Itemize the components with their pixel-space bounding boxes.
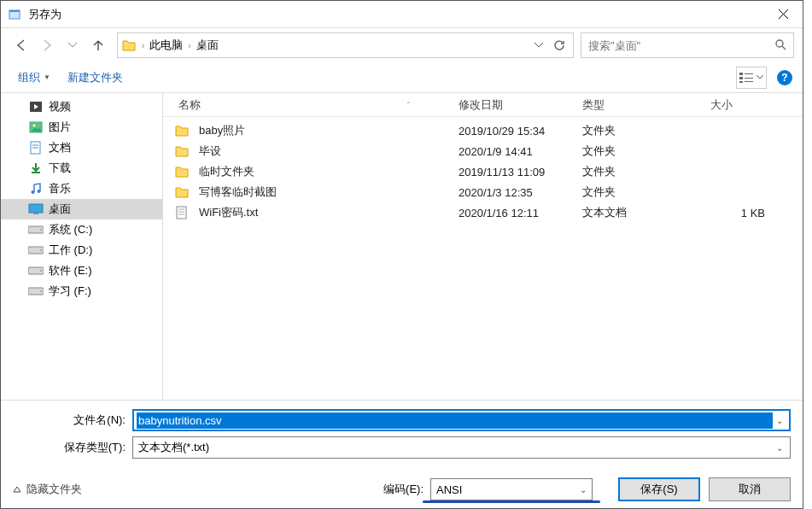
breadcrumb-desktop[interactable]: 桌面 (193, 38, 222, 53)
pictures-icon (28, 120, 44, 135)
music-icon (28, 181, 44, 196)
app-icon (8, 8, 21, 21)
folder-icon (172, 144, 192, 158)
up-button[interactable] (86, 33, 110, 57)
file-type: 文件夹 (575, 123, 704, 138)
tree-item[interactable]: 桌面 (1, 199, 162, 219)
documents-icon (28, 140, 44, 155)
filename-input[interactable] (137, 412, 773, 429)
tree-item[interactable]: 图片 (1, 117, 162, 137)
tree-item[interactable]: 下载 (1, 158, 162, 178)
refresh-button[interactable] (549, 35, 570, 56)
column-name[interactable]: 名称˄ (172, 97, 452, 113)
file-date: 2019/10/29 15:34 (452, 125, 575, 137)
tree-item-label: 音乐 (49, 181, 71, 196)
svg-point-20 (38, 190, 41, 193)
file-name: WiFi密码.txt (192, 205, 452, 220)
svg-rect-31 (177, 207, 186, 219)
encoding-select[interactable]: ANSI⌄ (430, 478, 593, 500)
svg-rect-9 (745, 78, 753, 79)
view-button[interactable] (736, 67, 767, 89)
svg-rect-11 (745, 81, 753, 82)
encoding-label: 编码(E): (383, 482, 424, 497)
file-row[interactable]: 写博客临时截图2020/1/3 12:35文件夹 (163, 182, 803, 202)
tree-item-label: 软件 (E:) (49, 263, 92, 278)
filetype-combo[interactable]: ⌄ (132, 436, 791, 459)
tree-item-label: 桌面 (49, 202, 71, 217)
breadcrumb-pc[interactable]: 此电脑 (146, 38, 186, 53)
search-icon[interactable] (774, 38, 786, 53)
tree-item[interactable]: 音乐 (1, 178, 162, 199)
column-date[interactable]: 修改日期 (452, 97, 575, 113)
file-type: 文件夹 (575, 184, 704, 200)
address-dropdown[interactable] (529, 35, 549, 56)
tree-item-label: 学习 (F:) (49, 284, 91, 299)
tree-item-label: 图片 (49, 120, 71, 135)
tree-item-label: 工作 (D:) (49, 243, 92, 258)
toolbar: 组织▼ 新建文件夹 ? (1, 62, 803, 93)
chevron-down-icon[interactable]: ⌄ (773, 443, 786, 453)
svg-point-28 (40, 270, 42, 272)
downloads-icon (28, 161, 44, 176)
tree-item[interactable]: 系统 (C:) (1, 219, 162, 240)
file-date: 2019/11/13 11:09 (452, 166, 575, 178)
svg-rect-22 (33, 213, 38, 214)
svg-rect-8 (739, 77, 743, 79)
new-folder-button[interactable]: 新建文件夹 (61, 67, 130, 89)
svg-rect-21 (29, 204, 43, 213)
svg-point-15 (33, 125, 36, 127)
help-button[interactable]: ? (777, 70, 792, 85)
tree-item[interactable]: 软件 (E:) (1, 260, 162, 281)
svg-point-4 (776, 40, 783, 47)
file-name: baby照片 (192, 123, 452, 138)
file-row[interactable]: baby照片2019/10/29 15:34文件夹 (163, 120, 803, 141)
svg-rect-10 (739, 81, 743, 83)
drive-icon (28, 263, 44, 278)
tree-item-label: 下载 (49, 161, 71, 176)
svg-rect-6 (739, 73, 743, 75)
save-button[interactable]: 保存(S) (618, 477, 700, 501)
navigation-tree[interactable]: 视频图片文档下载音乐桌面系统 (C:)工作 (D:)软件 (E:)学习 (F:) (1, 93, 163, 400)
file-list[interactable]: baby照片2019/10/29 15:34文件夹毕设2020/1/9 14:4… (163, 117, 803, 400)
file-list-pane: 名称˄ 修改日期 类型 大小 baby照片2019/10/29 15:34文件夹… (163, 93, 803, 400)
column-type[interactable]: 类型 (575, 97, 704, 113)
filetype-label: 保存类型(T): (13, 440, 132, 455)
close-button[interactable] (763, 2, 803, 27)
column-size[interactable]: 大小 (704, 97, 772, 113)
filename-label: 文件名(N): (13, 412, 132, 428)
tree-item-label: 文档 (49, 140, 71, 155)
file-name: 毕设 (192, 143, 452, 159)
filetype-input[interactable] (137, 440, 773, 456)
search-input[interactable] (588, 39, 774, 52)
svg-point-19 (32, 190, 35, 194)
filename-combo[interactable]: ⌄ (132, 409, 791, 431)
file-row[interactable]: WiFi密码.txt2020/1/16 12:11文本文档1 KB (163, 202, 803, 223)
tree-item[interactable]: 工作 (D:) (1, 240, 162, 260)
folder-icon (172, 185, 192, 199)
svg-point-30 (40, 290, 42, 292)
column-headers: 名称˄ 修改日期 类型 大小 (163, 93, 803, 117)
recent-dropdown[interactable] (61, 33, 85, 57)
search-box[interactable] (581, 32, 794, 58)
hide-folders-toggle[interactable]: 隐藏文件夹 (13, 482, 82, 497)
file-row[interactable]: 临时文件夹2019/11/13 11:09文件夹 (163, 161, 803, 182)
tree-item[interactable]: 视频 (1, 97, 162, 117)
tree-item[interactable]: 文档 (1, 137, 162, 158)
file-size: 1 KB (704, 207, 772, 219)
file-row[interactable]: 毕设2020/1/9 14:41文件夹 (163, 141, 803, 161)
tree-item[interactable]: 学习 (F:) (1, 281, 162, 301)
address-bar[interactable]: › 此电脑 › 桌面 (117, 32, 574, 58)
cancel-button[interactable]: 取消 (709, 477, 791, 501)
video-icon (28, 99, 44, 114)
tree-item-label: 系统 (C:) (49, 222, 92, 237)
save-as-dialog: 另存为 › 此电脑 › 桌面 组织▼ 新建文件夹 (0, 0, 803, 509)
drive-icon (28, 222, 44, 237)
chevron-down-icon[interactable]: ⌄ (773, 416, 786, 425)
file-date: 2020/1/16 12:11 (452, 207, 575, 219)
file-type: 文件夹 (575, 143, 704, 159)
folder-icon (172, 124, 192, 137)
back-button[interactable] (9, 33, 33, 57)
file-name: 写博客临时截图 (192, 184, 452, 200)
organize-button[interactable]: 组织▼ (11, 67, 57, 89)
forward-button[interactable] (35, 33, 59, 57)
